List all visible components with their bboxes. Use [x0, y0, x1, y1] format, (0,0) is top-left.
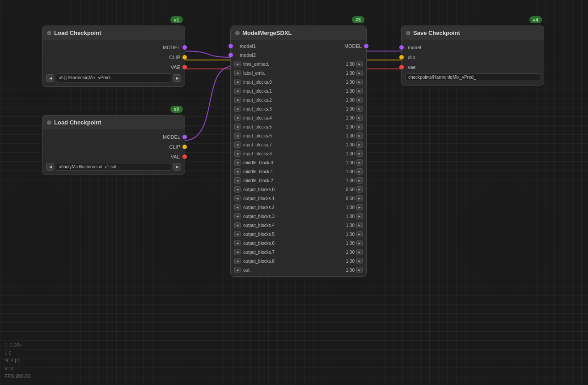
slider-left-6[interactable]: ◄	[234, 115, 241, 121]
port-dot-vae-1[interactable]	[182, 65, 187, 69]
slider-right-20[interactable]: ►	[356, 240, 363, 246]
slider-right-22[interactable]: ►	[356, 258, 363, 264]
slider-right-15[interactable]: ►	[356, 195, 363, 201]
slider-right-2[interactable]: ►	[356, 79, 363, 85]
slider-right-3[interactable]: ►	[356, 88, 363, 94]
slider-left-7[interactable]: ◄	[234, 124, 241, 130]
port-dot-model2[interactable]	[228, 53, 233, 57]
slider-left-18[interactable]: ◄	[234, 222, 241, 228]
ckpt-next-btn-1[interactable]: ►	[173, 74, 181, 82]
slider-left-4[interactable]: ◄	[234, 97, 241, 103]
slider-row-19[interactable]: ◄ output_blocks.5 1.00 ►	[231, 230, 366, 239]
slider-right-4[interactable]: ►	[356, 97, 363, 103]
port-dot-clip-2[interactable]	[182, 145, 187, 149]
slider-left-22[interactable]: ◄	[234, 258, 241, 264]
port-vae-out-1[interactable]: VAE	[42, 62, 185, 72]
slider-right-14[interactable]: ►	[356, 186, 363, 192]
ckpt-prev-btn-2[interactable]: ◄	[46, 163, 54, 171]
port-model-in-4[interactable]: model	[402, 43, 544, 52]
slider-right-10[interactable]: ►	[356, 150, 363, 157]
port-model-out-2[interactable]: MODEL	[42, 132, 185, 142]
slider-right-21[interactable]: ►	[356, 249, 363, 255]
slider-right-18[interactable]: ►	[356, 222, 363, 228]
slider-row-17[interactable]: ◄ output_blocks.3 1.00 ►	[231, 212, 366, 221]
port-dot-model-1[interactable]	[182, 45, 187, 50]
ckpt-prev-btn-1[interactable]: ◄	[46, 74, 54, 82]
port-clip-in-4[interactable]: clip	[402, 52, 544, 62]
slider-left-9[interactable]: ◄	[234, 141, 241, 148]
slider-right-5[interactable]: ►	[356, 106, 363, 112]
slider-left-14[interactable]: ◄	[234, 186, 241, 192]
slider-row-13[interactable]: ◄ middle_block.2 1.00 ►	[231, 176, 366, 185]
slider-right-11[interactable]: ►	[356, 159, 363, 166]
slider-row-8[interactable]: ◄ input_blocks.6 1.00 ►	[231, 131, 366, 140]
slider-left-11[interactable]: ◄	[234, 159, 241, 166]
ckpt-name-widget-1[interactable]: ◄ xl\目\HarmoniqMix_vPred... ►	[42, 72, 185, 84]
slider-left-12[interactable]: ◄	[234, 168, 241, 175]
slider-row-12[interactable]: ◄ middle_block.1 1.00 ►	[231, 167, 366, 176]
slider-row-21[interactable]: ◄ output_blocks.7 1.00 ►	[231, 248, 366, 257]
slider-left-17[interactable]: ◄	[234, 213, 241, 219]
slider-right-16[interactable]: ►	[356, 204, 363, 210]
slider-right-9[interactable]: ►	[356, 141, 363, 148]
slider-left-5[interactable]: ◄	[234, 106, 241, 112]
slider-right-19[interactable]: ►	[356, 231, 363, 237]
port-vae-in-4[interactable]: vae	[402, 62, 544, 72]
slider-row-15[interactable]: ◄ output_blocks.1 0.50 ►	[231, 194, 366, 203]
slider-left-19[interactable]: ◄	[234, 231, 241, 237]
slider-left-16[interactable]: ◄	[234, 204, 241, 210]
slider-row-20[interactable]: ◄ output_blocks.6 1.00 ►	[231, 239, 366, 248]
port-dot-vae-2[interactable]	[182, 154, 187, 159]
slider-row-11[interactable]: ◄ middle_block.0 1.00 ►	[231, 158, 366, 167]
port-dot-model-in-4[interactable]	[399, 45, 404, 50]
port-model-out-1[interactable]: MODEL	[42, 43, 185, 52]
slider-row-7[interactable]: ◄ input_blocks.5 1.00 ►	[231, 122, 366, 131]
slider-left-13[interactable]: ◄	[234, 177, 241, 184]
slider-left-23[interactable]: ◄	[234, 267, 241, 273]
port-dot-model-out-3[interactable]	[364, 44, 368, 48]
slider-left-15[interactable]: ◄	[234, 195, 241, 201]
slider-row-2[interactable]: ◄ input_blocks.0 1.00 ►	[231, 77, 366, 86]
ckpt-name-widget-2[interactable]: ◄ xl\holyMixIllustrious xl_v1.saf... ►	[42, 162, 185, 172]
slider-left-8[interactable]: ◄	[234, 133, 241, 139]
filename-prefix-widget[interactable]: checkpoints/HarmoniqMix_vPred_	[402, 72, 544, 82]
slider-row-1[interactable]: ◄ label_emb. 1.00 ►	[231, 68, 366, 77]
slider-row-10[interactable]: ◄ input_blocks.8 1.00 ►	[231, 149, 366, 158]
slider-right-17[interactable]: ►	[356, 213, 363, 219]
port-dot-vae-in-4[interactable]	[399, 65, 404, 69]
filename-prefix-value[interactable]: checkpoints/HarmoniqMix_vPred_	[405, 73, 540, 81]
port-clip-out-2[interactable]: CLIP	[42, 142, 185, 152]
slider-left-1[interactable]: ◄	[234, 70, 241, 76]
slider-row-3[interactable]: ◄ input_blocks.1 1.00 ►	[231, 86, 366, 95]
slider-right-0[interactable]: ►	[356, 61, 363, 67]
slider-row-22[interactable]: ◄ output_blocks.8 1.00 ►	[231, 257, 366, 265]
slider-row-4[interactable]: ◄ input_blocks.2 1.00 ►	[231, 95, 366, 104]
slider-row-0[interactable]: ◄ time_embed. 1.00 ►	[231, 60, 366, 68]
slider-right-23[interactable]: ►	[356, 267, 363, 273]
slider-row-16[interactable]: ◄ output_blocks.2 1.00 ►	[231, 203, 366, 212]
slider-row-18[interactable]: ◄ output_blocks.4 1.00 ►	[231, 221, 366, 230]
port-vae-out-2[interactable]: VAE	[42, 152, 185, 162]
slider-left-0[interactable]: ◄	[234, 61, 241, 67]
slider-right-8[interactable]: ►	[356, 133, 363, 139]
slider-left-2[interactable]: ◄	[234, 79, 241, 85]
port-dot-model1[interactable]	[228, 44, 233, 48]
slider-left-3[interactable]: ◄	[234, 88, 241, 94]
slider-row-6[interactable]: ◄ input_blocks.4 1.00 ►	[231, 113, 366, 122]
port-model1-in[interactable]: model1 MODEL	[231, 42, 366, 51]
slider-row-9[interactable]: ◄ input_blocks.7 1.00 ►	[231, 140, 366, 149]
port-model2-in[interactable]: model2	[231, 51, 366, 60]
port-dot-clip-1[interactable]	[182, 55, 187, 60]
port-clip-out-1[interactable]: CLIP	[42, 52, 185, 62]
slider-right-13[interactable]: ►	[356, 177, 363, 184]
port-dot-clip-in-4[interactable]	[399, 55, 404, 60]
slider-right-12[interactable]: ►	[356, 168, 363, 175]
slider-right-1[interactable]: ►	[356, 70, 363, 76]
slider-left-21[interactable]: ◄	[234, 249, 241, 255]
slider-left-10[interactable]: ◄	[234, 150, 241, 157]
slider-row-14[interactable]: ◄ output_blocks.0 0.50 ►	[231, 185, 366, 194]
slider-right-7[interactable]: ►	[356, 124, 363, 130]
ckpt-next-btn-2[interactable]: ►	[173, 163, 181, 171]
slider-row-5[interactable]: ◄ input_blocks.3 1.00 ►	[231, 104, 366, 113]
ckpt-name-value-2[interactable]: xl\holyMixIllustrious xl_v1.saf...	[56, 163, 171, 171]
